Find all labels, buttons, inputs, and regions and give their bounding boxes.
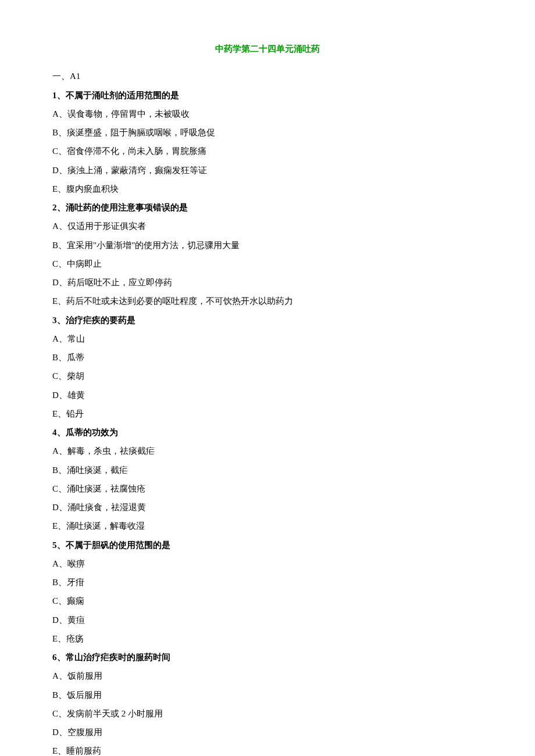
question-stem: 1、不属于涌吐剂的适用范围的是 <box>52 87 483 104</box>
question-text: 、治疗疟疾的要药是 <box>57 316 135 325</box>
question-option: B、涌吐痰涎，截疟 <box>52 462 483 479</box>
question-option: B、痰涎壅盛，阻于胸膈或咽喉，呼吸急促 <box>52 124 483 141</box>
question-option: E、药后不吐或未达到必要的呕吐程度，不可饮热开水以助药力 <box>52 293 483 310</box>
question-option: C、宿食停滞不化，尚未入肠，胃脘胀痛 <box>52 143 483 160</box>
question-option: A、饭前服用 <box>52 668 483 685</box>
question-option: D、涌吐痰食，祛湿退黄 <box>52 499 483 516</box>
question-option: C、发病前半天或 2 小时服用 <box>52 705 483 722</box>
question-number: 5 <box>52 540 57 550</box>
questions-container: 1、不属于涌吐剂的适用范围的是A、误食毒物，停留胃中，未被吸收B、痰涎壅盛，阻于… <box>52 87 483 757</box>
question-text: 、常山治疗疟疾时的服药时间 <box>57 653 170 662</box>
question-text: 、不属于涌吐剂的适用范围的是 <box>57 91 179 100</box>
document-title: 中药学第二十四单元涌吐药 <box>52 41 483 58</box>
question-number: 1 <box>52 91 57 100</box>
question-stem: 2、涌吐药的使用注意事项错误的是 <box>52 199 483 216</box>
question-option: D、痰浊上涌，蒙蔽清窍，癫痫发狂等证 <box>52 162 483 179</box>
question-option: B、瓜蒂 <box>52 349 483 366</box>
question-option: D、空腹服用 <box>52 724 483 741</box>
question-stem: 6、常山治疗疟疾时的服药时间 <box>52 649 483 666</box>
question-option: A、解毒，杀虫，祛痰截疟 <box>52 443 483 460</box>
question-option: D、雄黄 <box>52 387 483 404</box>
question-option: A、误食毒物，停留胃中，未被吸收 <box>52 106 483 123</box>
question-option: C、柴胡 <box>52 368 483 385</box>
question-number: 3 <box>52 316 57 325</box>
question-number: 6 <box>52 653 57 662</box>
section-label: 一、A1 <box>52 68 483 85</box>
question-number: 4 <box>52 428 57 437</box>
question-number: 2 <box>52 203 57 212</box>
question-stem: 4、瓜蒂的功效为 <box>52 424 483 441</box>
question-option: A、喉痹 <box>52 556 483 572</box>
question-option: B、饭后服用 <box>52 687 483 704</box>
question-option: C、涌吐痰涎，祛腐蚀疮 <box>52 481 483 497</box>
question-option: D、药后呕吐不止，应立即停药 <box>52 274 483 291</box>
question-text: 、瓜蒂的功效为 <box>57 428 118 437</box>
question-option: E、疮疡 <box>52 630 483 647</box>
question-option: A、常山 <box>52 331 483 347</box>
question-option: E、腹内瘀血积块 <box>52 181 483 198</box>
question-stem: 5、不属于胆矾的使用范围的是 <box>52 537 483 554</box>
question-text: 、涌吐药的使用注意事项错误的是 <box>57 203 188 212</box>
question-option: E、睡前服药 <box>52 743 483 756</box>
question-option: D、黄疸 <box>52 612 483 629</box>
question-option: C、癫痫 <box>52 593 483 610</box>
question-option: E、涌吐痰涎，解毒收湿 <box>52 518 483 535</box>
question-option: C、中病即止 <box>52 256 483 273</box>
question-stem: 3、治疗疟疾的要药是 <box>52 312 483 329</box>
question-option: B、宜采用"小量渐增"的使用方法，切忌骤用大量 <box>52 237 483 254</box>
question-option: A、仅适用于形证俱实者 <box>52 218 483 235</box>
question-option: E、铅丹 <box>52 406 483 422</box>
question-text: 、不属于胆矾的使用范围的是 <box>57 540 170 550</box>
question-option: B、牙疳 <box>52 574 483 591</box>
